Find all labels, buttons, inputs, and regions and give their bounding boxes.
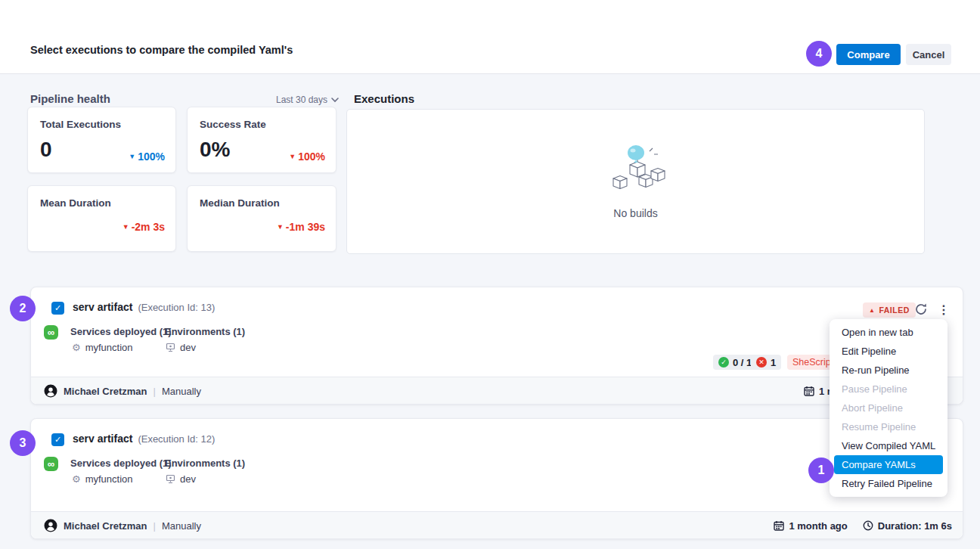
duration: Duration: 1m 6s bbox=[878, 520, 952, 532]
avatar-icon bbox=[44, 384, 57, 398]
environment-name: dev bbox=[180, 342, 196, 353]
down-triangle-icon: ▼ bbox=[122, 223, 129, 231]
gear-icon: ⚙ bbox=[72, 342, 81, 353]
infinity-icon: ∞ bbox=[48, 458, 54, 470]
metric-title: Mean Duration bbox=[40, 197, 111, 209]
menu-item-abort-pipeline: Abort Pipeline bbox=[830, 399, 947, 417]
execution-checkbox[interactable]: ✓ bbox=[51, 433, 64, 446]
menu-item-rerun-pipeline[interactable]: Re-run Pipeline bbox=[830, 361, 947, 380]
monitor-icon bbox=[166, 343, 175, 352]
time-ago: 1 month ago bbox=[789, 520, 847, 532]
menu-item-edit-pipeline[interactable]: Edit Pipeline bbox=[830, 342, 947, 361]
execution-name: serv artifact bbox=[73, 433, 132, 445]
cross-icon: ✕ bbox=[758, 358, 764, 366]
execution-title-line: serv artifact (Execution Id: 13) bbox=[73, 301, 215, 313]
infinity-icon: ∞ bbox=[48, 327, 54, 338]
pipeline-health-title: Pipeline health bbox=[30, 92, 110, 105]
metric-card-median-duration: Median Duration ▼ -1m 39s bbox=[187, 185, 336, 252]
separator: | bbox=[154, 520, 156, 532]
trigger-type: Manually bbox=[162, 520, 201, 532]
retry-icon bbox=[913, 302, 929, 317]
services-deployed-label: Services deployed (1) bbox=[70, 326, 172, 337]
execution-title-line: serv artifact (Execution Id: 12) bbox=[73, 433, 215, 445]
separator: | bbox=[154, 386, 156, 397]
service-name: myfunction bbox=[85, 473, 133, 485]
metric-title: Median Duration bbox=[200, 197, 280, 209]
menu-item-pause-pipeline: Pause Pipeline bbox=[830, 380, 947, 399]
no-builds-illustration bbox=[600, 144, 672, 201]
metric-card-success-rate: Success Rate 0% ▼ 100% bbox=[187, 107, 336, 173]
cross-circle-icon: ✕ bbox=[756, 357, 767, 368]
metric-card-mean-duration: Mean Duration ▼ -2m 3s bbox=[27, 185, 176, 252]
compare-executions-page: Select executions to compare the compile… bbox=[0, 0, 980, 549]
metric-title: Success Rate bbox=[200, 119, 266, 130]
content-area: Pipeline health Last 30 days Total Execu… bbox=[0, 73, 980, 549]
metric-card-total-executions: Total Executions 0 ▼ 100% bbox=[27, 107, 176, 173]
metric-delta-value: 100% bbox=[138, 150, 165, 163]
metric-value: 0 bbox=[40, 138, 52, 162]
check-icon: ✓ bbox=[54, 303, 61, 313]
execution-card-13: ✓ serv artifact (Execution Id: 13) ∞ Ser… bbox=[30, 287, 963, 405]
triggered-by-name: Michael Cretzman bbox=[64, 386, 147, 397]
menu-item-resume-pipeline: Resume Pipeline bbox=[830, 417, 947, 436]
metric-delta-value: -1m 39s bbox=[286, 221, 325, 233]
more-vertical-icon: ⋮ bbox=[938, 302, 950, 317]
service-item: ⚙ myfunction bbox=[72, 342, 133, 353]
stage-badge-label: SheScript bbox=[792, 357, 833, 368]
step-badge-2: 2 bbox=[10, 296, 36, 321]
check-icon: ✓ bbox=[54, 435, 61, 445]
down-triangle-icon: ▼ bbox=[277, 223, 284, 231]
environments-label: Environments (1) bbox=[165, 326, 245, 337]
cd-pipeline-icon: ∞ bbox=[44, 325, 58, 340]
step-badge-1: 1 bbox=[808, 458, 834, 483]
execution-footer: Michael Cretzman | Manually 1 month ago … bbox=[31, 511, 963, 538]
checks-failed-count: 1 bbox=[771, 357, 776, 368]
monitor-icon bbox=[166, 474, 175, 484]
check-icon: ✓ bbox=[721, 358, 727, 366]
triggered-by-name: Michael Cretzman bbox=[64, 520, 147, 532]
compare-button[interactable]: Compare bbox=[836, 44, 901, 65]
metric-title: Total Executions bbox=[40, 119, 121, 130]
checks-failed-badge: ✕ 1 bbox=[751, 355, 781, 370]
warning-icon: ▲ bbox=[869, 307, 875, 314]
calendar-icon bbox=[774, 520, 784, 531]
menu-item-retry-failed-pipeline[interactable]: Retry Failed Pipeline bbox=[830, 474, 947, 493]
environments-label: Environments (1) bbox=[165, 458, 245, 469]
step-badge-4: 4 bbox=[806, 41, 832, 67]
executions-title: Executions bbox=[354, 92, 414, 105]
metric-delta: ▼ 100% bbox=[289, 150, 325, 163]
menu-item-compare-yamls[interactable]: Compare YAMLs bbox=[834, 455, 943, 474]
environment-name: dev bbox=[180, 473, 196, 485]
page-title: Select executions to compare the compile… bbox=[30, 44, 293, 56]
execution-id: (Execution Id: 12) bbox=[138, 433, 215, 445]
clock-icon bbox=[863, 520, 873, 531]
menu-item-open-in-new-tab[interactable]: Open in new tab bbox=[830, 323, 947, 342]
metric-delta-value: 100% bbox=[298, 150, 325, 163]
cd-pipeline-icon: ∞ bbox=[44, 457, 58, 471]
execution-context-menu: Open in new tab Edit Pipeline Re-run Pip… bbox=[830, 319, 947, 497]
page-header: Select executions to compare the compile… bbox=[0, 0, 980, 73]
down-triangle-icon: ▼ bbox=[289, 153, 296, 160]
no-builds-text: No builds bbox=[613, 207, 657, 219]
calendar-icon bbox=[804, 386, 814, 396]
cancel-button[interactable]: Cancel bbox=[906, 44, 951, 65]
execution-id: (Execution Id: 13) bbox=[138, 302, 215, 313]
time-range-label: Last 30 days bbox=[276, 95, 327, 105]
time-range-select[interactable]: Last 30 days bbox=[257, 95, 339, 105]
executions-panel: No builds bbox=[346, 109, 925, 254]
metric-delta: ▼ 100% bbox=[129, 150, 165, 163]
status-badge-failed: ▲ FAILED bbox=[863, 302, 916, 318]
metric-value: 0% bbox=[200, 138, 230, 162]
services-deployed-label: Services deployed (1) bbox=[70, 458, 172, 469]
chevron-down-icon bbox=[331, 98, 339, 103]
footer-triggered-by: Michael Cretzman | Manually bbox=[44, 512, 201, 539]
menu-item-view-compiled-yaml[interactable]: View Compiled YAML bbox=[830, 436, 947, 455]
execution-checkbox[interactable]: ✓ bbox=[51, 302, 64, 315]
more-menu-button[interactable]: ⋮ bbox=[935, 301, 952, 318]
service-name: myfunction bbox=[85, 342, 133, 353]
metric-delta-value: -2m 3s bbox=[132, 221, 165, 233]
footer-triggered-by: Michael Cretzman | Manually bbox=[44, 377, 201, 405]
retry-button[interactable] bbox=[913, 301, 929, 318]
checks-passed-count: 0 / 1 bbox=[733, 357, 752, 368]
status-text: FAILED bbox=[879, 306, 909, 315]
